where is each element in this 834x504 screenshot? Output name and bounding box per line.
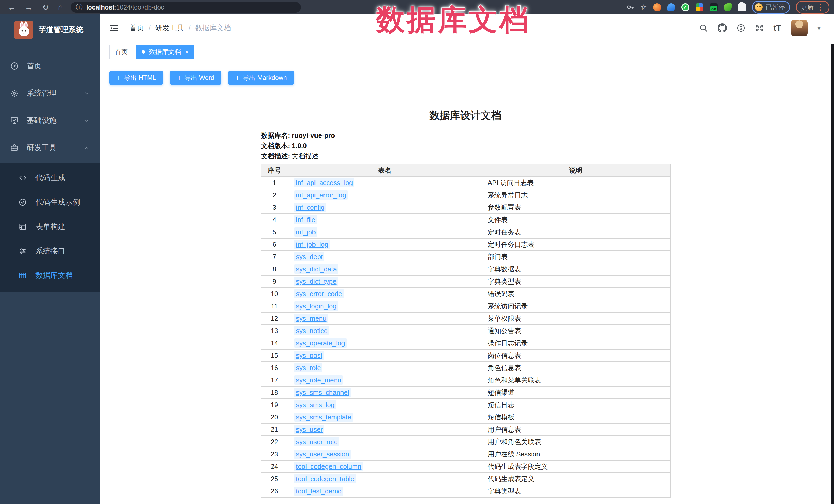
meta-doc-desc: 文档描述: 文档描述 [261, 151, 335, 161]
user-avatar[interactable] [791, 20, 808, 37]
fullscreen-icon[interactable] [755, 24, 764, 32]
table-row: 23sys_user_session用户在线 Session [261, 448, 670, 460]
extension-icon-leaf[interactable] [724, 3, 732, 11]
export-word-button[interactable]: + 导出 Word [170, 71, 221, 85]
page-scrollbar[interactable] [831, 44, 834, 504]
table-name-link[interactable]: sys_dict_type [294, 277, 338, 286]
sync-paused-badge[interactable]: 已暂停 [752, 1, 790, 14]
table-name-link[interactable]: sys_dept [294, 252, 324, 261]
table-name-link[interactable]: sys_login_log [294, 302, 338, 311]
table-name-link[interactable]: sys_notice [294, 326, 329, 335]
cell-description: 用户信息表 [481, 423, 670, 436]
github-icon[interactable] [718, 23, 727, 32]
cell-index: 2 [261, 189, 288, 201]
sidebar-item-code-gen-demo[interactable]: 代码生成示例 [0, 190, 100, 214]
sidebar-item-form-builder[interactable]: 表单构建 [0, 214, 100, 239]
menu-fold-icon[interactable] [109, 24, 119, 32]
col-header-name: 表名 [288, 164, 481, 177]
cell-description: 参数配置表 [481, 201, 670, 214]
extension-icon-grid[interactable] [696, 3, 703, 11]
table-name-link[interactable]: sys_operate_log [294, 338, 347, 348]
cell-table-name: inf_file [288, 214, 481, 226]
sidebar-item-label: 数据库文档 [36, 270, 73, 281]
meta-label: 文档描述: [261, 152, 290, 160]
breadcrumb-dev-tools[interactable]: 研发工具 [155, 23, 184, 33]
sidebar-item-home[interactable]: 首页 [0, 52, 100, 80]
cell-description: 定时任务日志表 [481, 238, 670, 250]
home-icon[interactable]: ⌂ [58, 3, 63, 11]
kebab-menu-icon[interactable]: ⋮ [817, 3, 825, 11]
cell-table-name: sys_role_menu [288, 374, 481, 386]
bookmark-star-icon[interactable]: ☆ [640, 4, 647, 11]
chevron-up-icon [84, 145, 89, 151]
toolbox-icon [9, 144, 20, 152]
help-icon[interactable] [737, 24, 745, 32]
cell-index: 19 [261, 399, 288, 411]
sidebar-item-infrastructure[interactable]: 基础设施 [0, 107, 100, 134]
reload-icon[interactable]: ↻ [42, 3, 49, 11]
table-name-link[interactable]: sys_user_session [294, 450, 351, 459]
table-name-link[interactable]: inf_api_access_log [294, 178, 354, 188]
extension-icon-check[interactable]: ✓ [681, 3, 689, 11]
table-name-link[interactable]: sys_error_code [294, 289, 344, 299]
extension-icon-pin[interactable] [667, 3, 675, 11]
address-bar[interactable]: ⓘ localhost:1024/tool/db-doc [71, 2, 301, 13]
table-name-link[interactable]: inf_api_error_log [294, 191, 348, 200]
table-name-link[interactable]: sys_post [294, 351, 324, 360]
cell-index: 13 [261, 325, 288, 337]
url-text: localhost:1024/tool/db-doc [86, 4, 164, 11]
table-name-link[interactable]: sys_menu [294, 314, 328, 323]
cell-table-name: sys_menu [288, 312, 481, 325]
table-name-link[interactable]: inf_config [294, 203, 326, 212]
table-name-link[interactable]: sys_user_role [294, 437, 339, 446]
key-icon[interactable] [627, 3, 634, 11]
export-markdown-button[interactable]: + 导出 Markdown [228, 71, 294, 85]
table-name-link[interactable]: sys_sms_channel [294, 388, 351, 397]
cell-table-name: inf_job [288, 226, 481, 238]
cell-index: 8 [261, 263, 288, 275]
extensions-puzzle-icon[interactable] [738, 3, 746, 11]
cell-index: 20 [261, 411, 288, 423]
table-name-link[interactable]: sys_role [294, 363, 323, 372]
forward-icon[interactable]: → [25, 3, 33, 11]
table-header-row: 序号 表名 说明 [261, 164, 670, 177]
export-toolbar: + 导出 HTML + 导出 Word + 导出 Markdown [109, 71, 294, 85]
table-name-link[interactable]: inf_job [294, 227, 317, 237]
extension-icon-orange[interactable] [653, 3, 661, 11]
app-logo-row[interactable]: 芋道管理系统 [0, 15, 100, 39]
extension-icon-switch[interactable]: on [710, 3, 718, 11]
table-name-link[interactable]: sys_dict_data [294, 264, 338, 274]
avatar-caret-down-icon[interactable]: ▾ [817, 24, 821, 32]
table-row: 16sys_role角色信息表 [261, 361, 670, 374]
cell-table-name: inf_api_error_log [288, 189, 481, 201]
sidebar-item-db-doc[interactable]: 数据库文档 [0, 263, 100, 288]
table-name-link[interactable]: tool_codegen_table [294, 474, 356, 483]
table-name-link[interactable]: inf_job_log [294, 240, 330, 249]
font-size-icon[interactable]: tT [774, 24, 781, 32]
chrome-update-badge[interactable]: 更新 ⋮ [796, 1, 829, 14]
export-html-button[interactable]: + 导出 HTML [109, 71, 163, 85]
cell-index: 9 [261, 275, 288, 288]
table-name-link[interactable]: tool_codegen_column [294, 462, 363, 471]
table-name-link[interactable]: sys_user [294, 425, 324, 434]
sidebar-item-dev-tools[interactable]: 研发工具 [0, 134, 100, 161]
breadcrumb-home[interactable]: 首页 [130, 23, 144, 33]
sidebar-item-system[interactable]: 系统管理 [0, 80, 100, 107]
table-name-link[interactable]: sys_sms_log [294, 400, 336, 410]
button-label: 导出 HTML [124, 73, 156, 82]
tag-db-doc[interactable]: 数据库文档 × [136, 45, 194, 59]
tag-label: 首页 [115, 47, 128, 56]
search-icon[interactable] [699, 24, 708, 32]
back-icon[interactable]: ← [8, 3, 16, 11]
table-name-link[interactable]: sys_role_menu [294, 375, 343, 385]
table-name-link[interactable]: sys_sms_template [294, 413, 353, 422]
cell-table-name: sys_sms_template [288, 411, 481, 423]
site-info-icon[interactable]: ⓘ [76, 3, 83, 12]
tag-home[interactable]: 首页 [109, 45, 133, 59]
cell-table-name: tool_codegen_column [288, 460, 481, 473]
tag-close-icon[interactable]: × [185, 48, 189, 56]
sidebar-item-code-gen[interactable]: 代码生成 [0, 166, 100, 190]
table-name-link[interactable]: inf_file [294, 215, 317, 224]
table-name-link[interactable]: tool_test_demo [294, 486, 343, 496]
sidebar-item-system-api[interactable]: 系统接口 [0, 239, 100, 263]
